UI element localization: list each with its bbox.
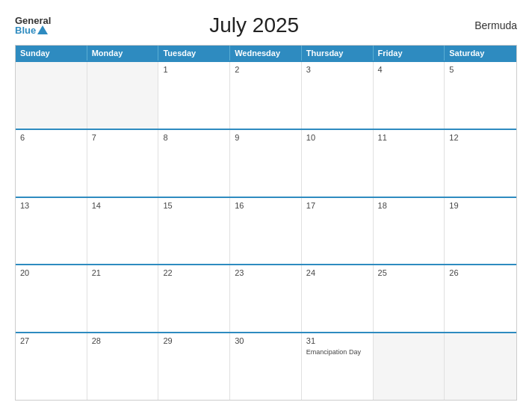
- day-number: 31: [306, 336, 368, 345]
- day-number: 16: [235, 201, 297, 210]
- week-row-3: 13141516171819: [16, 197, 516, 265]
- day-number: 6: [20, 133, 82, 142]
- day-number: 11: [378, 133, 440, 142]
- day-headers-row: SundayMondayTuesdayWednesdayThursdayFrid…: [16, 46, 516, 61]
- day-header-friday: Friday: [374, 46, 445, 61]
- day-cell: 23: [230, 265, 302, 332]
- day-cell: 27: [16, 333, 87, 400]
- day-cell: 24: [302, 265, 374, 332]
- day-cell: 12: [445, 130, 516, 197]
- day-cell: 18: [374, 198, 445, 265]
- day-cell: 4: [374, 62, 445, 129]
- day-header-monday: Monday: [87, 46, 159, 61]
- day-number: 14: [92, 201, 154, 210]
- week-row-2: 6789101112: [16, 129, 516, 197]
- day-cell: [445, 333, 516, 400]
- day-number: 26: [449, 268, 512, 277]
- day-cell: 30: [230, 333, 302, 400]
- day-cell: 17: [302, 198, 374, 265]
- day-number: 29: [163, 336, 225, 345]
- day-cell: 28: [87, 333, 159, 400]
- day-cell: 20: [16, 265, 87, 332]
- day-header-sunday: Sunday: [16, 46, 87, 61]
- day-number: 4: [378, 65, 440, 74]
- event-label: Emancipation Day: [306, 348, 368, 356]
- day-cell: 15: [158, 198, 230, 265]
- day-number: 10: [306, 133, 368, 142]
- day-cell: 11: [374, 130, 445, 197]
- day-number: 8: [163, 133, 225, 142]
- day-cell: [16, 62, 87, 129]
- day-number: 23: [235, 268, 297, 277]
- day-cell: 7: [87, 130, 159, 197]
- day-cell: 31Emancipation Day: [302, 333, 374, 400]
- day-cell: 5: [445, 62, 516, 129]
- day-number: 30: [235, 336, 297, 345]
- logo-blue-text: Blue: [15, 25, 51, 35]
- day-number: 22: [163, 268, 225, 277]
- day-number: 18: [378, 201, 440, 210]
- day-number: 21: [92, 268, 154, 277]
- logo: General Blue: [15, 16, 51, 35]
- day-number: 2: [235, 65, 297, 74]
- day-cell: 14: [87, 198, 159, 265]
- day-number: 13: [20, 201, 82, 210]
- week-row-1: 12345: [16, 61, 516, 129]
- page-header: General Blue July 2025 Bermuda: [15, 13, 517, 37]
- day-cell: 1: [158, 62, 230, 129]
- day-cell: 10: [302, 130, 374, 197]
- day-number: 20: [20, 268, 82, 277]
- day-number: 28: [92, 336, 154, 345]
- calendar-body: 1234567891011121314151617181920212223242…: [16, 61, 516, 400]
- day-header-thursday: Thursday: [302, 46, 374, 61]
- day-cell: [87, 62, 159, 129]
- day-cell: 8: [158, 130, 230, 197]
- week-row-5: 2728293031Emancipation Day: [16, 332, 516, 400]
- day-header-saturday: Saturday: [445, 46, 516, 61]
- day-number: 3: [306, 65, 368, 74]
- day-number: 7: [92, 133, 154, 142]
- day-cell: 29: [158, 333, 230, 400]
- day-cell: 6: [16, 130, 87, 197]
- week-row-4: 20212223242526: [16, 264, 516, 332]
- day-cell: 22: [158, 265, 230, 332]
- logo-triangle-icon: [37, 25, 48, 34]
- day-number: 25: [378, 268, 440, 277]
- day-cell: 13: [16, 198, 87, 265]
- day-cell: 16: [230, 198, 302, 265]
- day-number: 27: [20, 336, 82, 345]
- day-number: 5: [449, 65, 512, 74]
- day-cell: 9: [230, 130, 302, 197]
- day-cell: [374, 333, 445, 400]
- calendar-page: General Blue July 2025 Bermuda SundayMon…: [0, 0, 532, 411]
- day-number: 24: [306, 268, 368, 277]
- day-cell: 19: [445, 198, 516, 265]
- calendar-title: July 2025: [51, 13, 457, 37]
- day-cell: 3: [302, 62, 374, 129]
- day-cell: 26: [445, 265, 516, 332]
- day-number: 1: [163, 65, 225, 74]
- day-number: 15: [163, 201, 225, 210]
- day-header-wednesday: Wednesday: [230, 46, 302, 61]
- day-cell: 2: [230, 62, 302, 129]
- region-label: Bermuda: [457, 19, 517, 31]
- day-number: 9: [235, 133, 297, 142]
- day-header-tuesday: Tuesday: [158, 46, 230, 61]
- day-cell: 25: [374, 265, 445, 332]
- day-number: 17: [306, 201, 368, 210]
- day-number: 12: [449, 133, 512, 142]
- day-number: 19: [449, 201, 512, 210]
- calendar-grid: SundayMondayTuesdayWednesdayThursdayFrid…: [15, 45, 517, 401]
- day-cell: 21: [87, 265, 159, 332]
